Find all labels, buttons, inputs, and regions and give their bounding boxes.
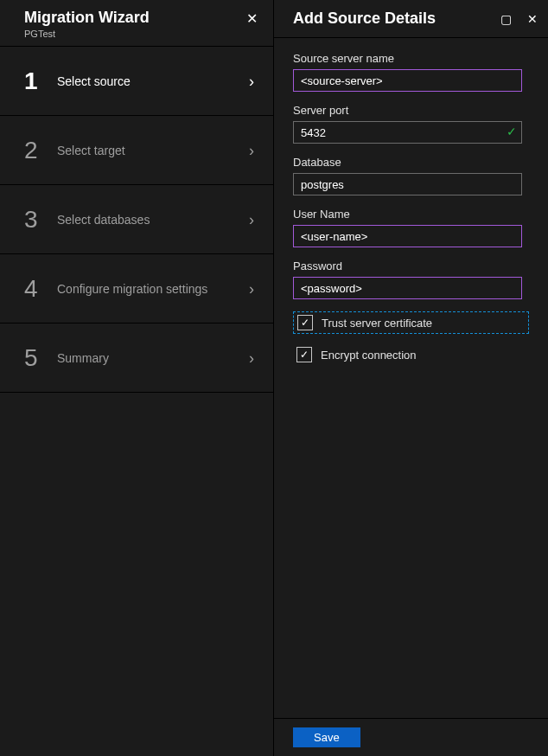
checkbox-trust-row[interactable]: ✓ Trust server certificate <box>293 311 529 334</box>
close-icon[interactable]: ✕ <box>243 9 261 29</box>
maximize-icon[interactable]: ▢ <box>500 12 512 26</box>
step-number: 4 <box>24 275 48 303</box>
label-password: Password <box>293 259 529 272</box>
checkbox-trust[interactable]: ✓ <box>297 315 313 330</box>
chevron-right-icon: › <box>249 279 254 298</box>
step-number: 1 <box>24 67 48 95</box>
checkbox-trust-label: Trust server certificate <box>322 317 432 330</box>
input-password[interactable] <box>293 277 522 299</box>
field-server-name: Source server name <box>293 52 529 92</box>
wizard-step-2[interactable]: 2Select target› <box>0 116 273 185</box>
label-user-name: User Name <box>293 208 529 221</box>
step-label: Select databases <box>57 213 150 227</box>
step-number: 2 <box>24 137 48 164</box>
wizard-step-3[interactable]: 3Select databases› <box>0 185 273 254</box>
field-password: Password <box>293 259 529 299</box>
details-header: Add Source Details ▢ ✕ <box>274 0 548 38</box>
wizard-step-1[interactable]: 1Select source› <box>0 47 273 116</box>
field-database: Database <box>293 156 529 195</box>
wizard-step-4[interactable]: 4Configure migration settings› <box>0 254 273 324</box>
checkbox-encrypt-label: Encrypt connection <box>321 349 417 362</box>
checkbox-encrypt[interactable]: ✓ <box>296 347 312 362</box>
input-server-name[interactable] <box>293 69 522 92</box>
save-button[interactable]: Save <box>293 727 360 747</box>
input-database[interactable] <box>293 173 522 195</box>
wizard-panel: Migration Wizard PGTest ✕ 1Select source… <box>0 0 274 756</box>
chevron-right-icon: › <box>249 72 254 90</box>
wizard-title: Migration Wizard <box>24 9 150 27</box>
field-user-name: User Name <box>293 208 529 247</box>
wizard-steps: 1Select source›2Select target›3Select da… <box>0 47 273 393</box>
step-number: 5 <box>24 344 48 372</box>
step-label: Select target <box>57 144 125 157</box>
step-label: Configure migration settings <box>57 282 207 296</box>
label-server-port: Server port <box>293 104 529 117</box>
chevron-right-icon: › <box>249 210 254 228</box>
wizard-subtitle: PGTest <box>24 29 150 39</box>
close-icon[interactable]: ✕ <box>527 12 538 26</box>
checkbox-encrypt-row[interactable]: ✓ Encrypt connection <box>293 344 529 365</box>
source-form: Source server name Server port ✓ Databas… <box>274 38 548 718</box>
wizard-header: Migration Wizard PGTest ✕ <box>0 0 273 47</box>
label-server-name: Source server name <box>293 52 529 65</box>
details-title: Add Source Details <box>293 10 436 28</box>
step-label: Select source <box>57 74 131 88</box>
details-footer: Save <box>274 718 548 756</box>
window-controls: ▢ ✕ <box>488 12 538 26</box>
wizard-step-5[interactable]: 5Summary› <box>0 324 273 393</box>
chevron-right-icon: › <box>249 349 254 367</box>
step-number: 3 <box>24 206 48 234</box>
field-server-port: Server port ✓ <box>293 104 529 144</box>
input-user-name[interactable] <box>293 225 522 247</box>
input-server-port[interactable] <box>293 121 522 144</box>
details-panel: Add Source Details ▢ ✕ Source server nam… <box>274 0 548 756</box>
label-database: Database <box>293 156 529 169</box>
chevron-right-icon: › <box>249 141 254 159</box>
step-label: Summary <box>57 351 109 365</box>
